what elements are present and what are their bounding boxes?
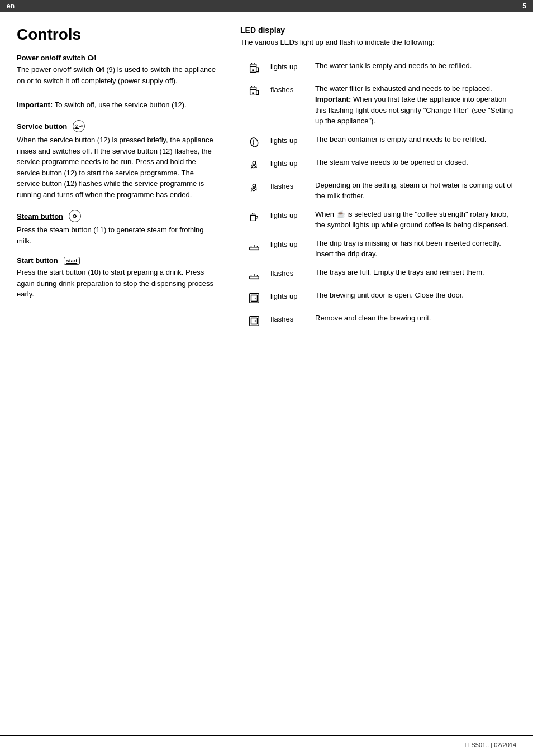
page-title: Controls — [17, 26, 218, 44]
section-power-body: The power on/off switch O⁄I (9) is used … — [17, 64, 218, 110]
svg-rect-6 — [250, 276, 259, 279]
water-filter-icon — [240, 79, 268, 130]
water-tank-icon — [240, 57, 268, 80]
led-state-drip-tray-flashes: flashes — [268, 263, 313, 286]
led-desc-water-tank-lightsup: The water tank is empty and needs to be … — [313, 57, 516, 80]
page-content: Controls Power on/off switch O⁄I The pow… — [0, 12, 533, 365]
footer-divider — [0, 735, 533, 736]
coffee-strength-icon — [240, 205, 268, 234]
led-row-drip-tray-lightsup: lights up The drip tray is missing or ha… — [240, 234, 516, 263]
steam-button-icon: ⟳ — [69, 210, 81, 222]
led-desc-brew-door-flashes: Remove and clean the brewing unit. — [313, 309, 516, 332]
section-start-heading: Start button start — [17, 256, 218, 265]
right-column: LED display The various LEDs light up an… — [240, 26, 516, 332]
led-state-brew-door-lightsup: lights up — [268, 286, 313, 309]
bean-icon — [240, 130, 268, 153]
led-state-water-tank-flashes: flashes — [268, 79, 313, 130]
led-desc-steam-valve-lightsup: The steam valve needs to be opened or cl… — [313, 153, 516, 176]
section-service: Service button ⊙off When the service but… — [17, 120, 218, 200]
page-number: 5 — [522, 2, 526, 10]
svg-point-3 — [253, 161, 256, 164]
led-desc-drip-tray-flashes: The trays are full. Empty the trays and … — [313, 263, 516, 286]
section-power: Power on/off switch O⁄I The power on/off… — [17, 54, 218, 110]
steam-valve-icon-flashes — [240, 176, 268, 205]
led-row-drip-tray-flashes: flashes The trays are full. Empty the tr… — [240, 263, 516, 286]
led-row-bean: lights up The bean container is empty an… — [240, 130, 516, 153]
led-row-brew-door-lightsup: lights up The brewing unit door is open.… — [240, 286, 516, 309]
led-row-steam-valve-lightsup: lights up The steam valve needs to be op… — [240, 153, 516, 176]
footer-text: TES501.. | 02/2014 — [463, 741, 516, 748]
service-button-icon: ⊙off — [73, 120, 85, 132]
led-desc-drip-tray-lightsup: The drip tray is missing or has not been… — [313, 234, 516, 263]
svg-rect-8 — [251, 295, 258, 301]
section-power-heading: Power on/off switch O⁄I — [17, 54, 218, 62]
section-start-body: Press the start button (10) to start pre… — [17, 267, 218, 300]
led-state-steam-valve-lightsup: lights up — [268, 153, 313, 176]
led-display-title: LED display — [240, 26, 516, 35]
section-service-body: When the service button (12) is pressed … — [17, 135, 218, 200]
brew-door-icon-lightsup — [240, 286, 268, 309]
start-button-icon: start — [64, 257, 80, 265]
svg-point-4 — [253, 184, 256, 187]
led-state-steam-valve-flashes: flashes — [268, 176, 313, 205]
led-desc-water-tank-flashes: The water filter is exhausted and needs … — [313, 79, 516, 130]
led-desc-steam-valve-flashes: Depending on the setting, steam or hot w… — [313, 176, 516, 205]
lang-label: en — [7, 2, 15, 10]
led-row-brew-door-flashes: flashes Remove and clean the brewing uni… — [240, 309, 516, 332]
led-intro-text: The various LEDs light up and flash to i… — [240, 37, 516, 48]
led-state-drip-tray-lightsup: lights up — [268, 234, 313, 263]
steam-valve-icon-lightsup — [240, 153, 268, 176]
led-row-coffee-strength: lights up When ☕ is selected using the "… — [240, 205, 516, 234]
drip-tray-icon-flashes — [240, 263, 268, 286]
led-state-brew-door-flashes: flashes — [268, 309, 313, 332]
led-state-bean: lights up — [268, 130, 313, 153]
led-row-steam-valve-flashes: flashes Depending on the setting, steam … — [240, 176, 516, 205]
brew-door-icon-flashes — [240, 309, 268, 332]
section-service-heading: Service button ⊙off — [17, 120, 218, 132]
led-state-coffee-strength: lights up — [268, 205, 313, 234]
led-desc-brew-door-lightsup: The brewing unit door is open. Close the… — [313, 286, 516, 309]
section-steam-heading: Steam button ⟳ — [17, 210, 218, 222]
drip-tray-icon-lightsup — [240, 234, 268, 263]
section-steam-body: Press the steam button (11) to generate … — [17, 224, 218, 246]
led-row-water-tank-flashes: flashes The water filter is exhausted an… — [240, 79, 516, 130]
left-column: Controls Power on/off switch O⁄I The pow… — [17, 26, 218, 332]
svg-rect-10 — [251, 318, 258, 324]
svg-rect-5 — [250, 247, 259, 250]
led-state-water-tank-lightsup: lights up — [268, 57, 313, 80]
section-steam: Steam button ⟳ Press the steam button (1… — [17, 210, 218, 246]
led-row-water-tank-lightsup: lights up The water tank is empty and ne… — [240, 57, 516, 80]
section-start: Start button start Press the start butto… — [17, 256, 218, 300]
led-desc-coffee-strength: When ☕ is selected using the "coffee str… — [313, 205, 516, 234]
led-desc-bean: The bean container is empty and needs to… — [313, 130, 516, 153]
led-table: lights up The water tank is empty and ne… — [240, 57, 516, 332]
top-bar: en 5 — [0, 0, 533, 12]
